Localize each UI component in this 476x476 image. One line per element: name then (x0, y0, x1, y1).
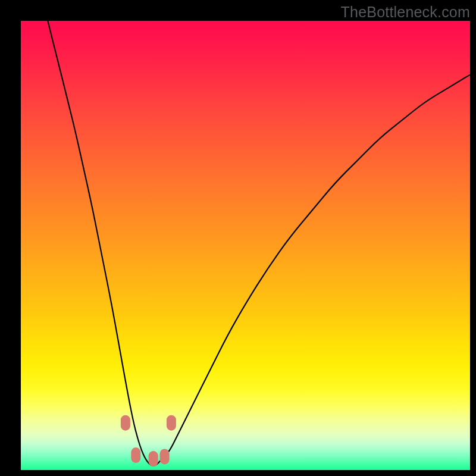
curve-marker-4 (167, 415, 176, 431)
curve-marker-3 (160, 449, 170, 464)
curve-svg (21, 21, 470, 470)
chart-frame: TheBottleneck.com (0, 0, 476, 476)
bottleneck-curve (48, 21, 470, 466)
curve-marker-2 (149, 451, 158, 466)
plot-area (21, 21, 470, 470)
curve-marker-0 (121, 415, 130, 431)
markers-group (121, 415, 176, 466)
watermark-text: TheBottleneck.com (341, 4, 470, 21)
curve-marker-1 (131, 447, 140, 463)
